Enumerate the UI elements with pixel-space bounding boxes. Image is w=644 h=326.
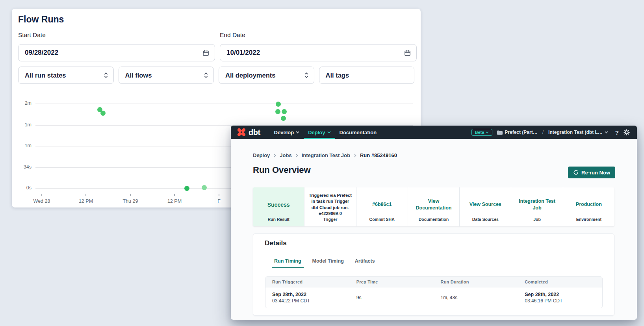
status-card-trigger: Triggered via Prefect in task run Trigge… <box>304 187 356 226</box>
run-timing-table: Run Triggered Prep Time Run Duration Com… <box>265 276 603 308</box>
status-card-commit-sha: #6b86c1 Commit SHA <box>356 187 408 226</box>
chevron-down-icon <box>486 132 489 133</box>
run-result-value: Success <box>267 192 290 217</box>
environment-switcher[interactable]: Integration Test (dbt L… <box>548 130 608 135</box>
run-status-cards: Success Run Result Triggered via Prefect… <box>253 187 614 226</box>
page-title: Run Overview <box>253 165 311 175</box>
dbt-navbar: dbt Develop Deploy Documentation Beta <box>231 126 637 139</box>
flow-run-point[interactable] <box>100 111 106 116</box>
status-card-run-result: Success Run Result <box>253 187 304 226</box>
rerun-now-button[interactable]: Re-run Now <box>568 167 615 178</box>
trigger-label: Trigger <box>323 217 338 222</box>
chevron-down-icon <box>327 131 331 133</box>
x-axis-label: 12 PM <box>157 198 192 204</box>
tab-model-timing[interactable]: Model Timing <box>310 254 346 268</box>
x-axis-tick <box>41 194 42 196</box>
project-switcher[interactable]: Prefect (Part… <box>497 130 537 135</box>
nav-item-develop-label: Develop <box>274 130 294 135</box>
documentation-label: Documentation <box>419 217 449 222</box>
dbt-logo-icon <box>236 127 247 137</box>
completed-date: Sep 28th, 2022 <box>525 292 602 297</box>
table-row: Sep 28th, 2022 03:44:22 PM CDT 9s 1m, 43… <box>265 287 602 308</box>
y-axis-label: 34s <box>12 164 32 170</box>
table-header-row: Run Triggered Prep Time Run Duration Com… <box>265 277 602 287</box>
cell-prep-time: 9s <box>350 295 434 300</box>
col-prep-time: Prep Time <box>350 280 434 284</box>
breadcrumb-deploy[interactable]: Deploy <box>253 152 270 158</box>
job-link[interactable]: Integration Test Job <box>514 192 559 217</box>
y-axis-label: 1m <box>12 143 32 148</box>
dbt-logo[interactable]: dbt <box>236 127 260 137</box>
dbt-page-body: Deploy Jobs Integration Test Job Run #85… <box>231 139 637 320</box>
run-triggered-time: 03:44:22 PM CDT <box>272 298 350 304</box>
run-result-label: Run Result <box>267 217 289 222</box>
x-axis-label: Thu 29 <box>113 198 148 204</box>
x-axis-tick <box>85 194 86 196</box>
nav-item-deploy-label: Deploy <box>308 130 325 135</box>
nav-item-deploy[interactable]: Deploy <box>304 126 335 139</box>
chevron-right-icon <box>354 154 356 157</box>
details-tabs: Run Timing Model Timing Artifacts <box>272 254 603 268</box>
col-completed: Completed <box>518 280 602 284</box>
environment-link[interactable]: Production <box>576 192 602 217</box>
dbt-nav-items: Develop Deploy Documentation <box>270 126 381 139</box>
view-documentation-link[interactable]: View Documentation <box>411 192 456 217</box>
settings-gear-icon[interactable] <box>624 129 630 135</box>
run-triggered-date: Sep 28th, 2022 <box>272 292 350 297</box>
trigger-value: Triggered via Prefect in task run Trigge… <box>308 192 353 217</box>
status-card-job: Integration Test Job Job <box>511 187 562 226</box>
chevron-right-icon <box>273 154 276 157</box>
y-axis-label: 2m <box>12 100 32 106</box>
flow-run-point[interactable] <box>184 186 189 191</box>
x-axis-label: Wed 28 <box>24 198 59 204</box>
tab-run-timing[interactable]: Run Timing <box>272 254 304 268</box>
data-sources-label: Data Sources <box>472 217 499 222</box>
tab-artifacts[interactable]: Artifacts <box>353 254 377 268</box>
y-axis-label: 0s <box>12 185 32 191</box>
flow-run-point[interactable] <box>275 109 280 114</box>
y-axis-label: 1m <box>12 122 32 128</box>
view-sources-link[interactable]: View Sources <box>470 192 501 217</box>
breadcrumb-job[interactable]: Integration Test Job <box>302 152 350 158</box>
flow-run-point[interactable] <box>282 109 287 114</box>
status-card-documentation: View Documentation Documentation <box>408 187 459 226</box>
completed-time: 03:46:16 PM CDT <box>525 298 602 304</box>
cell-run-duration: 1m, 43s <box>434 295 518 300</box>
details-card: Details Run Timing Model Timing Artifact… <box>253 233 614 316</box>
project-name: Prefect (Part… <box>505 130 537 135</box>
chevron-down-icon <box>296 131 299 133</box>
nav-item-documentation[interactable]: Documentation <box>335 126 381 139</box>
job-label: Job <box>533 217 541 222</box>
flow-run-point[interactable] <box>281 116 286 121</box>
screenshot-stage: Flow Runs Start Date End Date 09/28/2022… <box>0 0 644 326</box>
breadcrumb-jobs[interactable]: Jobs <box>280 152 291 158</box>
status-card-data-sources: View Sources Data Sources <box>459 187 511 226</box>
dbt-navbar-right: Beta Prefect (Part… / Integration Test (… <box>471 129 630 136</box>
cell-run-triggered: Sep 28th, 2022 03:44:22 PM CDT <box>265 292 350 304</box>
chevron-down-icon <box>605 131 608 133</box>
breadcrumb-run: Run #85249160 <box>360 152 397 158</box>
beta-badge[interactable]: Beta <box>471 129 493 136</box>
nav-item-develop[interactable]: Develop <box>270 126 304 139</box>
nav-item-documentation-label: Documentation <box>340 130 377 135</box>
chevron-right-icon <box>295 154 298 157</box>
dbt-logo-text: dbt <box>249 128 260 137</box>
help-icon[interactable]: ? <box>615 129 619 136</box>
flow-run-point[interactable] <box>202 185 207 190</box>
refresh-icon <box>573 170 579 175</box>
x-axis-tick <box>174 194 175 196</box>
chart-gridline <box>35 104 413 104</box>
path-separator: / <box>542 130 544 135</box>
commit-sha-label: Commit SHA <box>369 217 395 222</box>
beta-label: Beta <box>475 130 484 135</box>
commit-sha-link[interactable]: #6b86c1 <box>372 192 392 217</box>
environment-label: Environment <box>576 217 601 222</box>
x-axis-tick <box>219 194 219 196</box>
cell-completed: Sep 28th, 2022 03:46:16 PM CDT <box>518 292 602 304</box>
dbt-cloud-window: dbt Develop Deploy Documentation Beta <box>231 126 637 320</box>
x-axis-label: 12 PM <box>68 198 104 204</box>
folder-icon <box>497 130 503 135</box>
rerun-now-label: Re-run Now <box>581 170 610 176</box>
status-card-environment: Production Environment <box>563 187 614 226</box>
flow-run-point[interactable] <box>276 102 281 107</box>
